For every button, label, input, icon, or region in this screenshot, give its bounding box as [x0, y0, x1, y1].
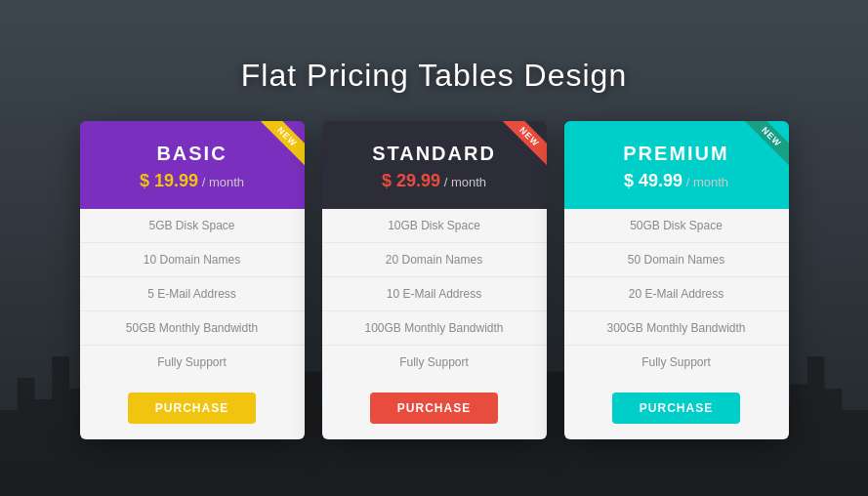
purchase-button-standard[interactable]: PURCHASE [370, 393, 498, 424]
card-body-basic: 5GB Disk Space10 Domain Names5 E-Mail Ad… [80, 209, 305, 379]
purchase-button-basic[interactable]: PURCHASE [128, 393, 256, 424]
feature-basic-1: 10 Domain Names [80, 243, 305, 277]
card-header-basic: NEWBASIC$ 19.99 / month [80, 121, 305, 209]
feature-premium-1: 50 Domain Names [564, 243, 789, 277]
feature-standard-4: Fully Support [322, 346, 547, 379]
feature-premium-3: 300GB Monthly Bandwidth [564, 311, 789, 346]
feature-standard-1: 20 Domain Names [322, 243, 547, 277]
card-footer-premium: PURCHASE [564, 379, 789, 439]
page-title: Flat Pricing Tables Design [241, 58, 627, 94]
feature-basic-3: 50GB Monthly Bandwidth [80, 311, 305, 346]
price-amount-basic: $ 19.99 [140, 171, 198, 190]
feature-basic-4: Fully Support [80, 346, 305, 379]
page-wrapper: Flat Pricing Tables Design NEWBASIC$ 19.… [0, 0, 868, 496]
ribbon-basic: NEW [246, 121, 305, 180]
feature-standard-3: 100GB Monthly Bandwidth [322, 311, 547, 346]
feature-premium-4: Fully Support [564, 346, 789, 379]
card-body-standard: 10GB Disk Space20 Domain Names10 E-Mail … [322, 209, 547, 379]
card-footer-standard: PURCHASE [322, 379, 547, 439]
feature-premium-2: 20 E-Mail Address [564, 277, 789, 311]
card-body-premium: 50GB Disk Space50 Domain Names20 E-Mail … [564, 209, 789, 379]
feature-standard-2: 10 E-Mail Address [322, 277, 547, 311]
price-amount-standard: $ 29.99 [382, 171, 440, 190]
feature-basic-2: 5 E-Mail Address [80, 277, 305, 311]
price-period-basic: / month [198, 175, 244, 189]
card-premium: NEWPREMIUM$ 49.99 / month50GB Disk Space… [564, 121, 789, 439]
price-period-premium: / month [682, 175, 728, 189]
card-header-premium: NEWPREMIUM$ 49.99 / month [564, 121, 789, 209]
card-basic: NEWBASIC$ 19.99 / month5GB Disk Space10 … [80, 121, 305, 439]
price-amount-premium: $ 49.99 [624, 171, 682, 190]
feature-basic-0: 5GB Disk Space [80, 209, 305, 243]
cards-row: NEWBASIC$ 19.99 / month5GB Disk Space10 … [80, 121, 789, 439]
ribbon-standard: NEW [488, 121, 547, 180]
feature-standard-0: 10GB Disk Space [322, 209, 547, 243]
ribbon-label-premium: NEW [742, 121, 789, 166]
price-period-standard: / month [440, 175, 486, 189]
purchase-button-premium[interactable]: PURCHASE [612, 393, 740, 424]
feature-premium-0: 50GB Disk Space [564, 209, 789, 243]
card-footer-basic: PURCHASE [80, 379, 305, 439]
ribbon-label-standard: NEW [500, 121, 547, 166]
card-header-standard: NEWSTANDARD$ 29.99 / month [322, 121, 547, 209]
card-standard: NEWSTANDARD$ 29.99 / month10GB Disk Spac… [322, 121, 547, 439]
ribbon-premium: NEW [730, 121, 789, 180]
ribbon-label-basic: NEW [258, 121, 305, 166]
